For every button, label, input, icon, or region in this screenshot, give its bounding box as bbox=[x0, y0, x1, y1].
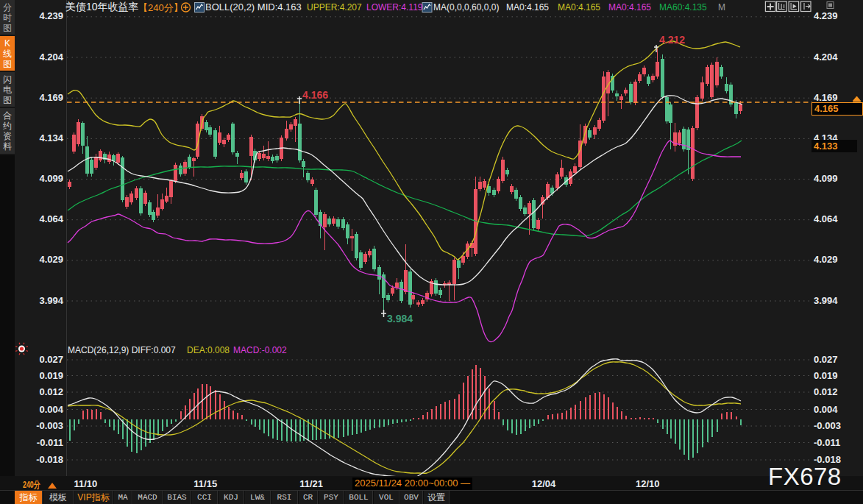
svg-text:4.166: 4.166 bbox=[302, 89, 328, 101]
svg-text:3.984: 3.984 bbox=[387, 313, 413, 324]
svg-text:4.212: 4.212 bbox=[659, 34, 685, 46]
